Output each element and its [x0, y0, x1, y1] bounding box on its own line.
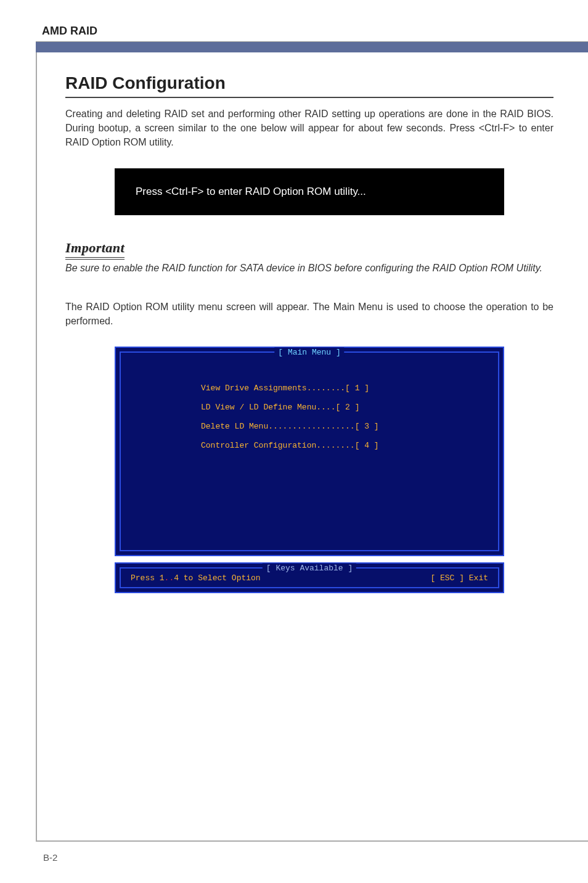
important-label: Important	[65, 240, 125, 260]
header-section-label: AMD RAID	[0, 0, 588, 41]
bios-menu-list: View Drive Assignments........[ 1 ] LD V…	[121, 353, 498, 450]
bios-keys-title: [ Keys Available ]	[263, 564, 356, 573]
bios-keys-left: Press 1..4 to Select Option	[131, 573, 261, 583]
bios-keys-box: [ Keys Available ] Press 1..4 to Select …	[115, 562, 504, 593]
keys-left-prefix: Press 1	[131, 573, 165, 583]
boot-prompt-box: Press <Ctrl-F> to enter RAID Option ROM …	[115, 168, 504, 215]
bios-menu-item: View Drive Assignments........[ 1 ]	[201, 384, 498, 393]
header-divider-bar	[36, 41, 588, 52]
bios-main-menu-title: [ Main Menu ]	[274, 348, 344, 357]
intro-paragraph: Creating and deleting RAID set and perfo…	[65, 107, 553, 150]
important-heading-wrap: Important	[65, 240, 553, 260]
page-number: B-2	[43, 852, 57, 863]
bios-keys-right: [ ESC ] Exit	[430, 573, 488, 583]
bios-main-menu-box: [ Main Menu ] View Drive Assignments....…	[115, 347, 504, 556]
important-note: Be sure to enable the RAID function for …	[65, 261, 553, 275]
menu-intro-paragraph: The RAID Option ROM utility menu screen …	[65, 300, 553, 328]
keys-left-suffix: 4 to Select Option	[174, 573, 260, 583]
bios-menu-item: Controller Configuration........[ 4 ]	[201, 441, 498, 450]
keys-left-dots: ..	[165, 573, 174, 583]
bios-keys-inner: [ Keys Available ] Press 1..4 to Select …	[120, 567, 499, 588]
section-heading: RAID Configuration	[65, 73, 553, 98]
bios-screenshot: [ Main Menu ] View Drive Assignments....…	[115, 347, 504, 593]
page-content-frame: RAID Configuration Creating and deleting…	[36, 52, 588, 842]
bios-menu-item: LD View / LD Define Menu....[ 2 ]	[201, 403, 498, 412]
bios-menu-item: Delete LD Menu..................[ 3 ]	[201, 422, 498, 431]
bios-main-menu-inner: [ Main Menu ] View Drive Assignments....…	[120, 351, 499, 551]
